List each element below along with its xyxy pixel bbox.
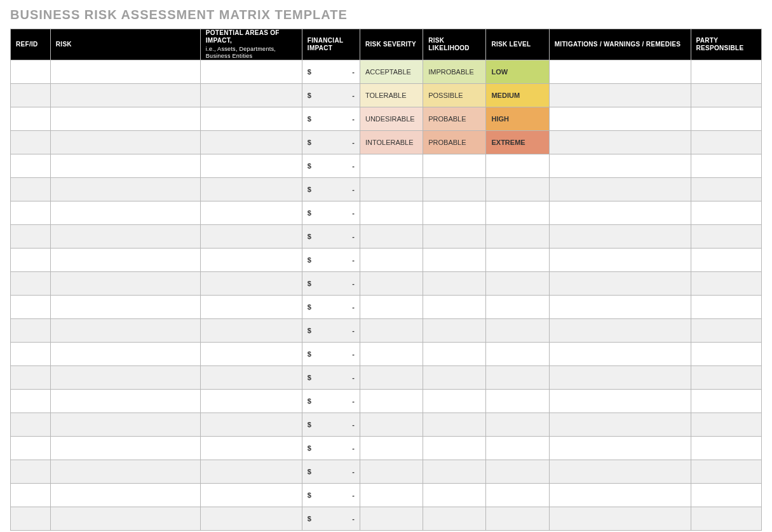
risk-severity-cell[interactable]: [360, 342, 423, 365]
party-responsible-cell[interactable]: [691, 460, 761, 483]
risk-severity-cell[interactable]: [360, 483, 423, 507]
impact-areas-cell[interactable]: [200, 248, 302, 271]
risk-level-cell[interactable]: [486, 365, 549, 389]
risk-cell[interactable]: [50, 177, 200, 201]
risk-likelihood-cell[interactable]: [423, 248, 486, 271]
ref-id-cell[interactable]: [11, 483, 51, 507]
risk-level-cell[interactable]: [486, 389, 549, 413]
financial-impact-cell[interactable]: $-: [302, 507, 360, 530]
risk-cell[interactable]: [50, 436, 200, 460]
impact-areas-cell[interactable]: [200, 83, 302, 107]
risk-likelihood-cell[interactable]: [423, 342, 486, 365]
risk-cell[interactable]: [50, 483, 200, 507]
impact-areas-cell[interactable]: [200, 342, 302, 365]
risk-level-cell[interactable]: [486, 460, 549, 483]
risk-level-cell[interactable]: [486, 177, 549, 201]
impact-areas-cell[interactable]: [200, 507, 302, 530]
impact-areas-cell[interactable]: [200, 318, 302, 342]
ref-id-cell[interactable]: [11, 271, 51, 295]
mitigations-cell[interactable]: [549, 507, 691, 530]
risk-level-cell[interactable]: HIGH: [486, 107, 549, 130]
risk-cell[interactable]: [50, 365, 200, 389]
ref-id-cell[interactable]: [11, 460, 51, 483]
impact-areas-cell[interactable]: [200, 295, 302, 318]
party-responsible-cell[interactable]: [691, 413, 761, 436]
risk-level-cell[interactable]: [486, 342, 549, 365]
financial-impact-cell[interactable]: $-: [302, 342, 360, 365]
financial-impact-cell[interactable]: $-: [302, 436, 360, 460]
financial-impact-cell[interactable]: $-: [302, 201, 360, 224]
mitigations-cell[interactable]: [549, 130, 691, 154]
ref-id-cell[interactable]: [11, 83, 51, 107]
risk-cell[interactable]: [50, 224, 200, 248]
risk-likelihood-cell[interactable]: PROBABLE: [423, 107, 486, 130]
risk-severity-cell[interactable]: [360, 224, 423, 248]
mitigations-cell[interactable]: [549, 460, 691, 483]
party-responsible-cell[interactable]: [691, 224, 761, 248]
financial-impact-cell[interactable]: $-: [302, 365, 360, 389]
party-responsible-cell[interactable]: [691, 107, 761, 130]
risk-level-cell[interactable]: [486, 483, 549, 507]
mitigations-cell[interactable]: [549, 271, 691, 295]
risk-severity-cell[interactable]: [360, 295, 423, 318]
risk-likelihood-cell[interactable]: [423, 224, 486, 248]
mitigations-cell[interactable]: [549, 295, 691, 318]
financial-impact-cell[interactable]: $-: [302, 154, 360, 177]
risk-cell[interactable]: [50, 413, 200, 436]
party-responsible-cell[interactable]: [691, 389, 761, 413]
party-responsible-cell[interactable]: [691, 365, 761, 389]
impact-areas-cell[interactable]: [200, 413, 302, 436]
party-responsible-cell[interactable]: [691, 248, 761, 271]
ref-id-cell[interactable]: [11, 130, 51, 154]
ref-id-cell[interactable]: [11, 60, 51, 83]
impact-areas-cell[interactable]: [200, 201, 302, 224]
risk-likelihood-cell[interactable]: [423, 483, 486, 507]
risk-likelihood-cell[interactable]: [423, 295, 486, 318]
mitigations-cell[interactable]: [549, 483, 691, 507]
risk-severity-cell[interactable]: UNDESIRABLE: [360, 107, 423, 130]
financial-impact-cell[interactable]: $-: [302, 107, 360, 130]
financial-impact-cell[interactable]: $-: [302, 60, 360, 83]
financial-impact-cell[interactable]: $-: [302, 295, 360, 318]
risk-likelihood-cell[interactable]: [423, 154, 486, 177]
risk-severity-cell[interactable]: [360, 389, 423, 413]
risk-severity-cell[interactable]: [360, 436, 423, 460]
mitigations-cell[interactable]: [549, 248, 691, 271]
risk-cell[interactable]: [50, 60, 200, 83]
financial-impact-cell[interactable]: $-: [302, 177, 360, 201]
financial-impact-cell[interactable]: $-: [302, 83, 360, 107]
risk-level-cell[interactable]: [486, 271, 549, 295]
risk-severity-cell[interactable]: INTOLERABLE: [360, 130, 423, 154]
ref-id-cell[interactable]: [11, 507, 51, 530]
financial-impact-cell[interactable]: $-: [302, 413, 360, 436]
ref-id-cell[interactable]: [11, 318, 51, 342]
risk-cell[interactable]: [50, 248, 200, 271]
risk-cell[interactable]: [50, 318, 200, 342]
ref-id-cell[interactable]: [11, 365, 51, 389]
ref-id-cell[interactable]: [11, 107, 51, 130]
mitigations-cell[interactable]: [549, 413, 691, 436]
party-responsible-cell[interactable]: [691, 201, 761, 224]
party-responsible-cell[interactable]: [691, 60, 761, 83]
risk-cell[interactable]: [50, 342, 200, 365]
party-responsible-cell[interactable]: [691, 318, 761, 342]
risk-severity-cell[interactable]: ACCEPTABLE: [360, 60, 423, 83]
ref-id-cell[interactable]: [11, 342, 51, 365]
impact-areas-cell[interactable]: [200, 389, 302, 413]
risk-severity-cell[interactable]: [360, 365, 423, 389]
risk-severity-cell[interactable]: [360, 177, 423, 201]
impact-areas-cell[interactable]: [200, 177, 302, 201]
risk-level-cell[interactable]: [486, 248, 549, 271]
party-responsible-cell[interactable]: [691, 483, 761, 507]
party-responsible-cell[interactable]: [691, 271, 761, 295]
party-responsible-cell[interactable]: [691, 83, 761, 107]
impact-areas-cell[interactable]: [200, 224, 302, 248]
financial-impact-cell[interactable]: $-: [302, 271, 360, 295]
financial-impact-cell[interactable]: $-: [302, 318, 360, 342]
mitigations-cell[interactable]: [549, 224, 691, 248]
mitigations-cell[interactable]: [549, 60, 691, 83]
risk-severity-cell[interactable]: [360, 460, 423, 483]
risk-level-cell[interactable]: [486, 507, 549, 530]
mitigations-cell[interactable]: [549, 389, 691, 413]
risk-cell[interactable]: [50, 389, 200, 413]
